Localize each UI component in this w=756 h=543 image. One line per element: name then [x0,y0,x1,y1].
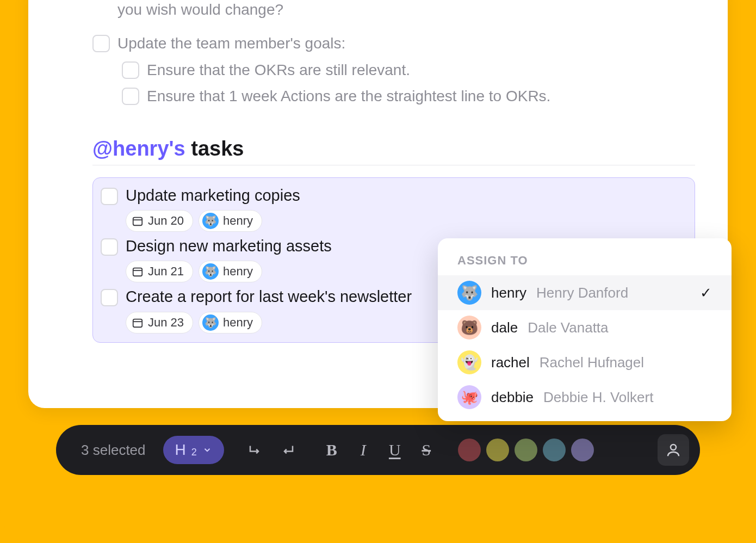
assignee-name: henry [223,316,253,330]
checklist-label: Ensure that 1 week Actions are the strai… [147,87,550,106]
date-chip[interactable]: Jun 20 [126,210,193,232]
color-swatch-purple[interactable] [571,439,594,461]
popover-title: Assign to [438,254,732,275]
avatar: 🐻 [457,316,481,340]
checkbox[interactable] [122,88,139,105]
svg-point-6 [671,445,676,450]
heading-label: H [175,441,186,459]
heading-picker[interactable]: H2 [163,436,224,464]
selection-toolbar: 3 selected H2 B I U S [56,425,700,475]
person-username: dale [491,319,518,336]
user-mention[interactable]: @henry's [92,137,185,160]
assign-user-button[interactable] [658,434,689,466]
calendar-icon [132,215,144,227]
checklist-item: Ensure that the OKRs are still relevant. [92,60,695,80]
heading-level: 2 [191,447,197,458]
avatar: 🐙 [457,385,481,409]
person-option-debbie[interactable]: 🐙 debbie Debbie H. Volkert [438,380,732,415]
tasks-heading: @henry's tasks [92,137,695,165]
assignee-name: henry [223,264,253,279]
color-swatch-olive[interactable] [486,439,509,461]
person-fullname: Dale Vanatta [528,319,608,336]
color-swatch-red[interactable] [458,439,481,461]
person-fullname: Rachel Hufnagel [540,354,644,371]
checkbox[interactable] [92,35,110,52]
date-value: Jun 20 [148,214,184,228]
person-fullname: Henry Danford [536,285,628,301]
person-username: henry [491,285,526,301]
avatar: 🐺 [202,263,219,280]
date-chip[interactable]: Jun 21 [126,261,193,282]
italic-button[interactable]: I [350,437,376,463]
person-icon [665,442,681,458]
newline-button[interactable] [274,437,300,463]
person-username: rachel [491,354,530,371]
color-swatch-green[interactable] [515,439,537,461]
checklist-label: Ensure that the OKRs are still relevant. [147,60,410,80]
avatar: 👻 [457,350,481,374]
strikethrough-button[interactable]: S [413,437,439,463]
avatar: 🐺 [457,281,481,305]
assignee-chip[interactable]: 🐺 henry [199,312,262,334]
svg-rect-4 [133,319,142,327]
assignee-chip[interactable]: 🐺 henry [199,261,262,282]
heading-text: tasks [185,137,244,160]
page-frame: you wish would change? Update the team m… [0,0,756,543]
selection-count: 3 selected [81,442,146,459]
color-swatch-teal[interactable] [543,439,566,461]
person-option-rachel[interactable]: 👻 rachel Rachel Hufnagel [438,345,732,380]
calendar-icon [132,317,144,329]
avatar: 🐺 [202,314,219,331]
checkbox[interactable] [122,61,139,79]
avatar: 🐺 [202,213,219,229]
checklist-label: Update the team member's goals: [117,34,345,53]
return-icon [279,442,295,458]
chevron-down-icon [202,445,212,455]
task-checkbox[interactable] [101,188,118,205]
date-value: Jun 21 [148,264,184,279]
person-option-henry[interactable]: 🐺 henry Henry Danford ✓ [438,275,732,310]
person-username: debbie [491,389,534,406]
indent-button[interactable] [243,437,269,463]
svg-rect-0 [133,217,142,225]
checklist-item: Ensure that 1 week Actions are the strai… [92,87,695,106]
date-value: Jun 23 [148,316,184,330]
task-checkbox[interactable] [101,238,118,256]
calendar-icon [132,266,144,277]
bold-button[interactable]: B [319,437,345,463]
assignee-chip[interactable]: 🐺 henry [199,210,262,232]
date-chip[interactable]: Jun 23 [126,312,193,334]
person-option-dale[interactable]: 🐻 dale Dale Vanatta [438,310,732,345]
assignee-name: henry [223,214,253,228]
task-row[interactable]: Update marketing copies Jun 20 🐺 henry [101,184,687,235]
person-fullname: Debbie H. Volkert [543,389,653,406]
assign-to-popover: Assign to 🐺 henry Henry Danford ✓ 🐻 dale… [438,238,732,421]
check-icon: ✓ [700,285,712,301]
checklist-item: Update the team member's goals: [92,34,695,53]
task-checkbox[interactable] [101,289,118,306]
task-title: Update marketing copies [126,187,687,205]
previous-line-fragment: you wish would change? [92,0,695,20]
underline-button[interactable]: U [382,437,408,463]
indent-icon [247,442,264,458]
svg-rect-2 [133,268,142,276]
